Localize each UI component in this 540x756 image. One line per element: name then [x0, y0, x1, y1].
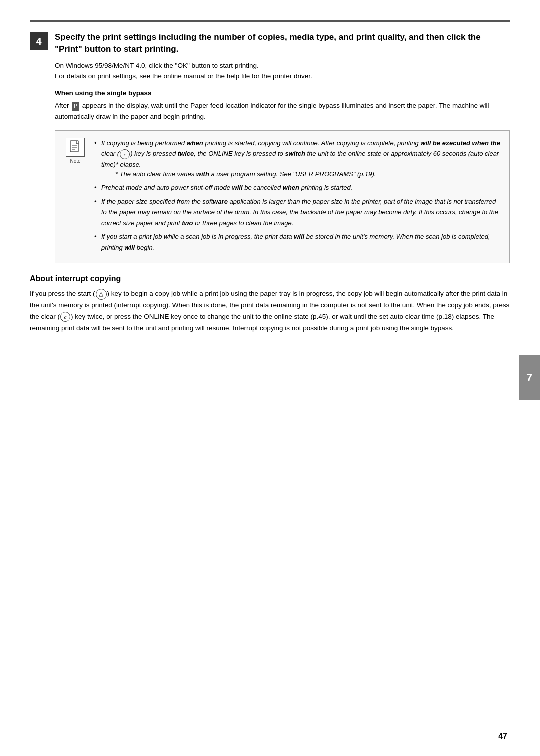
note-label: Note — [70, 158, 80, 164]
note-icon — [66, 138, 85, 157]
note-list: If copying is being performed when print… — [94, 138, 502, 254]
note-subtext-1: * The auto clear time varies with a user… — [102, 169, 502, 180]
chapter-tab: 7 — [519, 356, 540, 400]
step-body-line2: For details on print settings, see the o… — [55, 71, 510, 82]
page-number: 47 — [498, 732, 508, 741]
step-body-line1: On Windows 95/98/Me/NT 4.0, click the "O… — [55, 60, 510, 72]
note-item-2: Preheat mode and auto power shut-off mod… — [94, 182, 502, 193]
note-item-1: If copying is being performed when print… — [94, 138, 502, 180]
step-number: 4 — [30, 32, 48, 50]
single-bypass-subheading: When using the single bypass — [55, 88, 510, 99]
step-body: On Windows 95/98/Me/NT 4.0, click the "O… — [55, 60, 510, 122]
top-border — [30, 20, 510, 22]
step-heading: Specify the print settings including the… — [55, 32, 510, 56]
note-content: If copying is being performed when print… — [94, 138, 502, 256]
clear-key-icon-1: c — [120, 150, 130, 160]
note-box: Note If copying is being performed when … — [55, 130, 510, 264]
note-svg-icon — [70, 140, 82, 154]
about-section: About interrupt copying If you press the… — [30, 274, 510, 334]
note-item-4: If you start a print job while a scan jo… — [94, 232, 502, 253]
note-icon-column: Note — [64, 138, 88, 164]
about-heading: About interrupt copying — [30, 274, 510, 284]
about-body: If you press the start (△) key to begin … — [30, 288, 510, 334]
printer-icon: P — [72, 102, 80, 111]
svg-rect-0 — [70, 141, 78, 152]
note-item-3: If the paper size specified from the sof… — [94, 196, 502, 228]
page-container: 4 Specify the print settings including t… — [0, 0, 540, 756]
clear-key-icon-2: c — [60, 312, 70, 322]
single-bypass-text: After P appears in the display, wait unt… — [55, 100, 510, 122]
start-key-icon: △ — [96, 289, 107, 300]
step-section: 4 Specify the print settings including t… — [30, 32, 510, 56]
